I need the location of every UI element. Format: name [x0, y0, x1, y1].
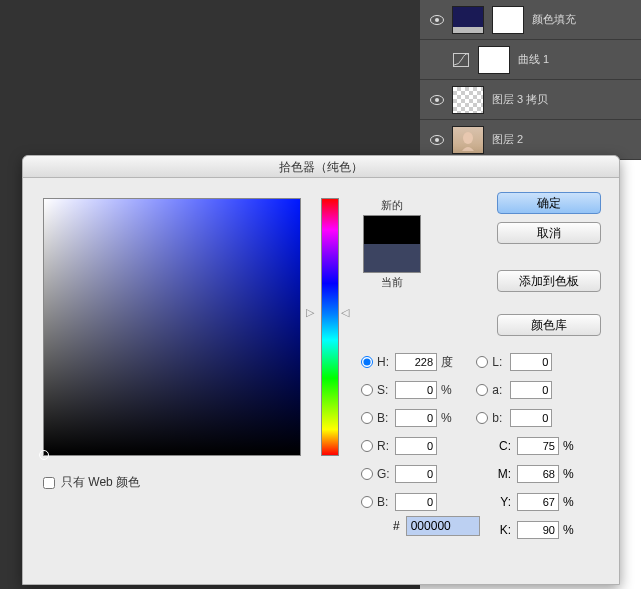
- c-input[interactable]: [517, 437, 559, 455]
- bri-input[interactable]: [395, 409, 437, 427]
- b-input[interactable]: [395, 493, 437, 511]
- layer-thumb-mask: [478, 46, 510, 74]
- svg-point-7: [463, 132, 473, 144]
- saturation-value-field[interactable]: [43, 198, 301, 456]
- g-radio[interactable]: [361, 468, 373, 480]
- layer-name: 图层 2: [492, 132, 637, 147]
- layer-name: 图层 3 拷贝: [492, 92, 637, 107]
- cancel-button[interactable]: 取消: [497, 222, 601, 244]
- color-swatches: 新的 当前: [363, 198, 421, 292]
- svg-point-6: [435, 138, 439, 142]
- hex-label: #: [393, 519, 400, 533]
- layer-row-2[interactable]: 图层 2: [420, 120, 641, 160]
- sat-radio[interactable]: [361, 384, 373, 396]
- new-color-label: 新的: [363, 198, 421, 213]
- y-input[interactable]: [517, 493, 559, 511]
- web-colors-only-label: 只有 Web 颜色: [61, 474, 140, 491]
- add-to-swatches-button[interactable]: 添加到色板: [497, 270, 601, 292]
- a-radio[interactable]: [476, 384, 488, 396]
- visibility-icon[interactable]: [430, 93, 444, 107]
- curves-icon: [452, 52, 470, 68]
- layer-name: 颜色填充: [532, 12, 637, 27]
- layer-thumb-fill: [452, 6, 484, 34]
- web-colors-only-checkbox[interactable]: 只有 Web 颜色: [43, 474, 140, 491]
- sv-cursor: [39, 450, 49, 460]
- dialog-title: 拾色器（纯色）: [23, 156, 619, 178]
- web-colors-only-input[interactable]: [43, 477, 55, 489]
- ok-button[interactable]: 确定: [497, 192, 601, 214]
- sat-input[interactable]: [395, 381, 437, 399]
- r-input[interactable]: [395, 437, 437, 455]
- b-radio[interactable]: [361, 496, 373, 508]
- layer-row-3[interactable]: 图层 3 拷贝: [420, 80, 641, 120]
- r-radio[interactable]: [361, 440, 373, 452]
- color-picker-dialog: 拾色器（纯色） ▷ ◁ 新的 当前 确定 取消 添加到色板 颜色库 只有 Web…: [22, 155, 620, 585]
- hue-slider[interactable]: [321, 198, 339, 456]
- hue-radio[interactable]: [361, 356, 373, 368]
- color-libraries-button[interactable]: 颜色库: [497, 314, 601, 336]
- visibility-icon[interactable]: [430, 13, 444, 27]
- svg-point-4: [435, 98, 439, 102]
- layer-thumb: [452, 126, 484, 154]
- visibility-icon[interactable]: [430, 53, 444, 67]
- layer-row-fill[interactable]: 颜色填充: [420, 0, 641, 40]
- hue-slider-arrow-right-icon: ◁: [341, 306, 349, 319]
- hue-slider-arrow-left-icon: ▷: [306, 306, 314, 319]
- hex-input[interactable]: [406, 516, 480, 536]
- svg-point-1: [435, 18, 439, 22]
- layer-thumb: [452, 86, 484, 114]
- cmyk-fields: C:% M:% Y:% K:%: [493, 432, 581, 544]
- bri-radio[interactable]: [361, 412, 373, 424]
- lab-b-input[interactable]: [510, 409, 552, 427]
- m-input[interactable]: [517, 465, 559, 483]
- layer-thumb-mask: [492, 6, 524, 34]
- hue-input[interactable]: [395, 353, 437, 371]
- layer-row-curves[interactable]: 曲线 1: [420, 40, 641, 80]
- visibility-icon[interactable]: [430, 133, 444, 147]
- l-radio[interactable]: [476, 356, 488, 368]
- g-input[interactable]: [395, 465, 437, 483]
- lab-b-radio[interactable]: [476, 412, 488, 424]
- current-color-swatch[interactable]: [364, 244, 420, 272]
- new-color-swatch[interactable]: [364, 216, 420, 244]
- l-input[interactable]: [510, 353, 552, 371]
- a-input[interactable]: [510, 381, 552, 399]
- layer-name: 曲线 1: [518, 52, 637, 67]
- k-input[interactable]: [517, 521, 559, 539]
- current-color-label: 当前: [363, 275, 421, 290]
- layers-panel: 颜色填充 曲线 1 图层 3 拷贝 图层 2: [420, 0, 641, 160]
